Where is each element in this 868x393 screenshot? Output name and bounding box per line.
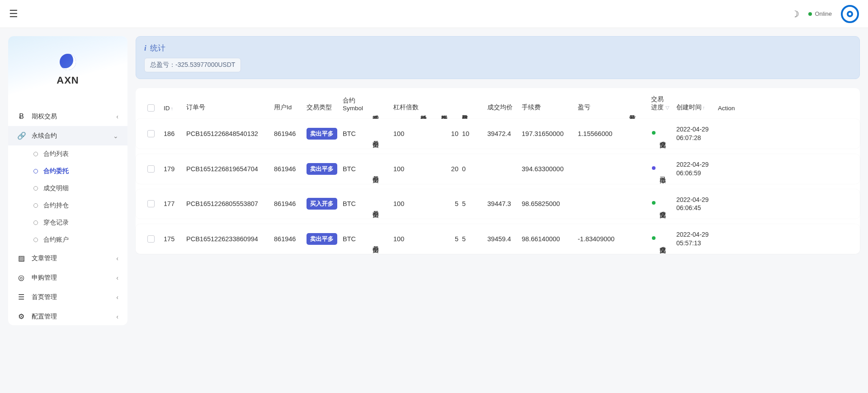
cell-created: 2022-04-2906:06:45: [676, 196, 716, 213]
table-row: 186PCB1651226848540132861946卖出平多BTC市价交易1…: [136, 119, 860, 149]
cell-progress: 全部成交: [651, 236, 675, 242]
power-icon: [847, 11, 853, 17]
cell-user-id: 861946: [274, 130, 305, 137]
table-header: ID↑ 订单号 用户Id 交易类型 合约Symbol 委托方式 杠杆倍数 委托价…: [136, 88, 860, 119]
cell-order-no: PCB1651226848540132: [186, 130, 272, 137]
cell-fee: 98.65825000: [522, 200, 576, 207]
dark-mode-icon[interactable]: ☽: [791, 9, 799, 19]
stats-chip-total-pnl: 总盈亏：-325.53977000USDT: [144, 58, 241, 72]
sidebar-subitem-label: 成交明细: [43, 184, 69, 192]
bullet-icon: [33, 220, 38, 225]
sidebar: AXN Ƀ 期权交易 ‹ 🔗 永续合约 ⌄: [0, 28, 136, 333]
list-icon: ☰: [17, 293, 25, 301]
col-id[interactable]: ID↑: [164, 105, 184, 112]
cell-entrust-qty: 20: [441, 165, 460, 173]
life-ring-icon: ◎: [17, 273, 25, 282]
sidebar-item-perpetual[interactable]: 🔗 永续合约 ⌄: [8, 126, 127, 145]
cell-pnl: 1.15566000: [578, 130, 627, 137]
col-entrust-price[interactable]: 委托价格: [420, 105, 439, 112]
sidebar-subitem-label: 合约持仓: [43, 201, 69, 210]
stats-title: 统计: [150, 43, 165, 53]
sidebar-item-article[interactable]: ▨ 文章管理 ‹: [8, 248, 127, 268]
cell-leverage: 100: [393, 235, 419, 243]
col-order-method[interactable]: 委托方式: [373, 105, 392, 112]
col-user-id[interactable]: 用户Id: [274, 103, 305, 112]
chevron-left-icon: ‹: [116, 113, 118, 120]
row-checkbox[interactable]: [147, 130, 155, 137]
sidebar-subitem-positions[interactable]: 合约持仓: [8, 197, 127, 214]
col-order-no[interactable]: 订单号: [186, 103, 272, 112]
cell-user-id: 861946: [274, 235, 305, 243]
cell-symbol: BTC: [343, 165, 371, 173]
col-fee[interactable]: 手续费: [522, 103, 576, 112]
chevron-left-icon: ‹: [116, 313, 118, 320]
cell-leverage: 100: [393, 165, 419, 173]
sidebar-item-config[interactable]: ⚙ 配置管理 ‹: [8, 307, 127, 323]
col-created[interactable]: 创建时间↑: [676, 103, 716, 112]
col-settle-pnl[interactable]: 结算盈亏: [629, 105, 649, 112]
col-deal-qty[interactable]: 已成交张数: [462, 105, 486, 112]
cell-trade-type: 卖出平多: [307, 233, 341, 245]
cell-leverage: 100: [393, 130, 419, 137]
sidebar-item-purchase[interactable]: ◎ 申购管理 ‹: [8, 268, 127, 287]
bitcoin-icon: Ƀ: [17, 112, 25, 121]
avatar[interactable]: [841, 5, 859, 23]
sidebar-item-homepage[interactable]: ☰ 首页管理 ‹: [8, 287, 127, 307]
filter-icon[interactable]: ▽: [665, 105, 669, 110]
cell-fee: 98.66140000: [522, 235, 576, 243]
cell-avg-price: 39472.4: [487, 130, 520, 137]
topbar: ☰ ☽ Online: [0, 0, 868, 28]
sidebar-subitem-contract-orders[interactable]: 合约委托: [8, 163, 127, 180]
sidebar-subitem-liquidation[interactable]: 穿仓记录: [8, 214, 127, 231]
cell-deal-qty: 5: [462, 235, 486, 243]
cell-entrust-qty: 5: [441, 200, 460, 207]
cell-symbol: BTC: [343, 235, 371, 243]
table-row: 179PCB1651226819654704861946卖出平多BTC市价交易1…: [136, 154, 860, 184]
cell-deal-qty: 10: [462, 130, 486, 137]
col-entrust-qty[interactable]: 委托张数: [441, 105, 460, 112]
col-trade-type[interactable]: 交易类型: [307, 103, 341, 112]
sidebar-subitem-contract-account[interactable]: 合约账户: [8, 231, 127, 248]
info-icon: i: [144, 44, 146, 53]
cell-trade-type: 卖出平多: [307, 128, 341, 140]
progress-dot-icon: [652, 166, 656, 170]
select-all-checkbox[interactable]: [147, 104, 155, 112]
col-progress[interactable]: 交易进度▽: [651, 95, 675, 112]
hamburger-icon[interactable]: ☰: [9, 8, 18, 20]
cell-id: 179: [164, 165, 184, 173]
col-leverage[interactable]: 杠杆倍数: [393, 103, 419, 112]
cell-deal-qty: 5: [462, 200, 486, 207]
col-avg-price[interactable]: 成交均价: [487, 103, 520, 112]
cell-progress: 已撤单: [651, 166, 675, 172]
sidebar-item-options[interactable]: Ƀ 期权交易 ‹: [8, 107, 127, 126]
cell-symbol: BTC: [343, 130, 371, 137]
link-icon: 🔗: [17, 131, 25, 140]
sidebar-subitem-contract-list[interactable]: 合约列表: [8, 145, 127, 163]
chevron-down-icon: ⌄: [113, 132, 118, 140]
bullet-icon: [33, 238, 38, 242]
row-checkbox[interactable]: [147, 165, 155, 173]
cell-created: 2022-04-2906:07:28: [676, 125, 716, 142]
progress-dot-icon: [652, 236, 656, 240]
brand-logo-icon: [60, 54, 76, 70]
cell-order-method: 市价交易: [373, 200, 392, 207]
sidebar-subitem-label: 合约列表: [43, 150, 69, 158]
card-icon: ▨: [17, 254, 25, 262]
sidebar-item-label: 申购管理: [32, 274, 57, 282]
col-symbol[interactable]: 合约Symbol: [343, 97, 371, 112]
cell-entrust-qty: 10: [441, 130, 460, 137]
sidebar-item-label: 期权交易: [32, 112, 57, 121]
col-action: Action: [718, 105, 745, 112]
cell-id: 175: [164, 235, 184, 243]
col-pnl[interactable]: 盈亏: [578, 103, 627, 112]
status-text: Online: [815, 10, 832, 17]
cell-user-id: 861946: [274, 165, 305, 173]
sidebar-item-label: 永续合约: [32, 132, 57, 140]
row-checkbox[interactable]: [147, 235, 155, 243]
cell-id: 186: [164, 130, 184, 137]
main-content: i 统计 总盈亏：-325.53977000USDT ID↑ 订单号 用户Id …: [136, 28, 868, 333]
row-checkbox[interactable]: [147, 200, 155, 207]
cell-fee: 394.63300000: [522, 165, 576, 173]
progress-dot-icon: [652, 201, 656, 205]
sidebar-subitem-deal-detail[interactable]: 成交明细: [8, 180, 127, 197]
